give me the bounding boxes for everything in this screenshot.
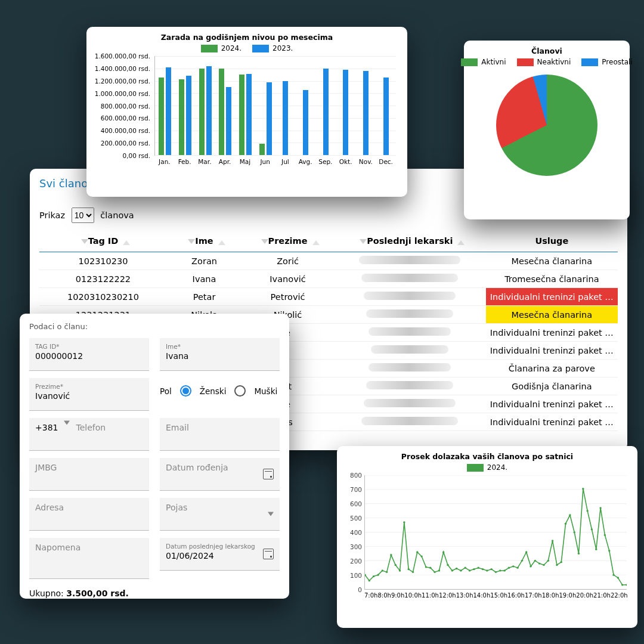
svg-point-43 [503, 569, 505, 571]
bar-title: Zarada na godišnjem nivou po mesecima [95, 33, 399, 42]
svg-point-23 [416, 551, 418, 553]
svg-point-27 [434, 571, 435, 573]
svg-point-50 [534, 560, 536, 562]
svg-point-25 [425, 566, 427, 568]
prezime-field[interactable]: Prezime*Ivanović [29, 378, 149, 411]
svg-point-42 [499, 569, 501, 571]
th-svc[interactable]: Usluge [486, 230, 618, 252]
calendar-icon[interactable] [263, 469, 274, 479]
phone-field[interactable]: +381Telefon [29, 418, 149, 451]
svg-point-49 [530, 565, 531, 567]
svg-point-68 [612, 574, 614, 576]
dial-chevron-down-icon[interactable] [64, 421, 70, 425]
svg-point-54 [552, 540, 553, 541]
svg-point-34 [465, 567, 466, 569]
svg-point-46 [516, 567, 518, 569]
svg-point-64 [595, 549, 597, 550]
email-field[interactable]: Email [160, 418, 280, 451]
bar-plot: 1.600.000,00 rsd.1.400.000,00 rsd.1.200.… [95, 56, 399, 166]
svg-point-28 [438, 569, 440, 571]
pol-radio-group: Pol Ženski Muški [160, 378, 280, 397]
line-plot: 8007006005004003002001000 7:0h8:0h9:0h10… [344, 475, 630, 600]
svg-point-17 [390, 554, 392, 556]
svg-point-56 [561, 561, 562, 563]
table-row[interactable]: 102310230ZoranZorićMesečna članarina [39, 252, 618, 270]
adresa-field[interactable]: Adresa [29, 498, 149, 531]
svg-point-29 [442, 551, 444, 553]
tag-id-field[interactable]: TAG ID*000000012 [29, 338, 149, 371]
svg-point-57 [565, 523, 566, 525]
svg-point-16 [386, 571, 388, 573]
pie-leg-inactive: Neaktivni [517, 58, 571, 66]
svg-point-62 [586, 510, 588, 512]
svg-point-71 [626, 584, 627, 586]
svg-point-37 [478, 567, 479, 569]
svg-point-20 [403, 521, 405, 523]
total-row: Ukupno: 3.500,00 rsd. [29, 589, 280, 598]
pie-title: Članovi [470, 47, 624, 55]
svg-point-26 [429, 567, 431, 569]
svg-point-12 [369, 580, 370, 581]
svg-point-31 [451, 569, 453, 571]
svg-point-13 [373, 575, 374, 577]
svg-point-24 [420, 555, 422, 557]
svg-point-22 [412, 571, 414, 573]
page-label-post: članova [100, 210, 134, 220]
svg-point-38 [482, 568, 484, 570]
jmbg-field[interactable]: JMBG [29, 458, 149, 491]
svg-point-55 [556, 564, 558, 566]
th-lek[interactable]: Poslednji lekarski [334, 230, 486, 252]
svg-point-41 [495, 571, 497, 573]
svg-point-19 [399, 569, 401, 571]
line-chart-card: Prosek dolazaka vaših članova po satnici… [337, 446, 637, 628]
table-row[interactable]: 1020310230210PetarPetrovićIndividualni t… [39, 288, 618, 306]
calendar-icon[interactable] [263, 549, 274, 559]
svg-point-21 [407, 568, 409, 570]
page-size-select[interactable]: 10 [72, 208, 94, 223]
svg-point-33 [460, 569, 462, 571]
svg-point-58 [569, 514, 571, 516]
svg-point-44 [508, 567, 510, 569]
member-form-card: Podaci o članu: TAG ID*000000012 Ime*Iva… [20, 314, 289, 599]
svg-point-63 [591, 528, 593, 530]
table-row[interactable]: 0123122222IvanaIvanovićTromesečna članar… [39, 270, 618, 288]
svg-point-32 [456, 568, 457, 569]
th-tag[interactable]: Tag ID [39, 230, 167, 252]
svg-point-45 [512, 565, 514, 567]
line-title: Prosek dolazaka vaših članova po satnici [344, 452, 630, 461]
lekarski-field[interactable]: Datum poslednjeg lekarskog01/06/2024 [160, 538, 280, 571]
th-ime[interactable]: Ime [167, 230, 242, 252]
svg-point-35 [469, 569, 470, 571]
pol-label: Pol [160, 386, 172, 396]
radio-male[interactable] [234, 385, 246, 397]
page-label-pre: Prikaz [39, 210, 65, 220]
svg-point-52 [543, 564, 544, 566]
svg-point-51 [538, 562, 540, 564]
ime-field[interactable]: Ime*Ivana [160, 338, 280, 371]
svg-point-18 [395, 564, 397, 566]
svg-point-14 [377, 574, 379, 576]
svg-point-40 [490, 568, 492, 570]
pie-chart [496, 75, 597, 176]
svg-point-61 [582, 488, 584, 490]
pie-chart-card: Članovi Aktivni Neaktivni Preostali [464, 41, 630, 219]
form-header: Podaci o članu: [29, 322, 280, 331]
th-prez[interactable]: Prezime [242, 230, 334, 252]
dob-field[interactable]: Datum rođenja [160, 458, 280, 491]
pojas-field[interactable]: Pojas [160, 498, 280, 531]
svg-point-30 [447, 564, 448, 566]
napomena-field[interactable]: Napomena [29, 538, 149, 579]
svg-point-39 [486, 569, 488, 571]
pie-leg-remain: Preostali [581, 58, 632, 66]
svg-point-15 [382, 569, 383, 571]
svg-point-60 [578, 553, 580, 555]
svg-point-48 [525, 551, 527, 553]
svg-point-47 [521, 560, 523, 562]
radio-female[interactable] [180, 385, 191, 397]
bar-chart-card: Zarada na godišnjem nivou po mesecima 20… [86, 27, 407, 197]
svg-point-65 [599, 507, 601, 509]
bar-legend-2023: 2023. [252, 44, 293, 52]
svg-point-66 [604, 534, 606, 536]
svg-point-69 [617, 577, 619, 578]
svg-point-70 [621, 584, 623, 586]
